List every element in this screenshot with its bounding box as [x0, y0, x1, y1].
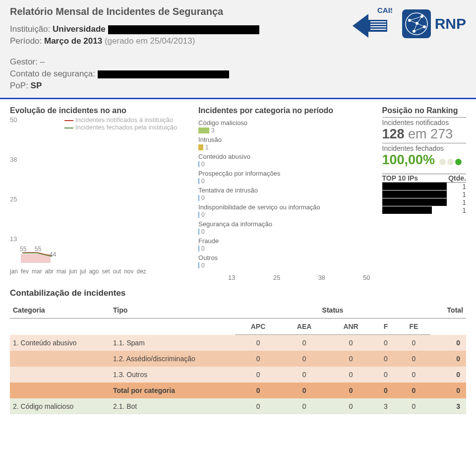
- table-row: 1. Conteúdo abusivo 1.1. Spam 0 0 0 0 0 …: [10, 335, 466, 351]
- rank-sep: em: [408, 127, 427, 141]
- top10-row: 1: [382, 191, 467, 198]
- cat-item: Indisponibilidade de serviço ou informaç…: [198, 203, 376, 218]
- contact-label: Contato de segurança:: [10, 69, 95, 78]
- gestor-value: –: [40, 57, 44, 66]
- arrow-left-icon: CAIS: [348, 6, 392, 42]
- sub-apc: APC: [235, 319, 281, 335]
- month-label: jun: [69, 268, 77, 275]
- cell-fe: 0: [397, 383, 430, 398]
- cais-text: CAIS: [377, 6, 392, 14]
- cell-apc: 0: [235, 383, 281, 398]
- tbl-title: Contabilização de incidentes: [10, 288, 466, 298]
- gestor-label: Gestor:: [10, 57, 38, 66]
- col-status: Status: [235, 302, 430, 319]
- top10-table: TOP 10 IPs Qtde. 1 1 1 1: [382, 174, 467, 214]
- cat-item: Conteúdo abusivo 0: [198, 153, 376, 168]
- pop-line: PoP: SP: [10, 81, 466, 91]
- month-label: set: [102, 268, 110, 275]
- svg-marker-0: [353, 14, 387, 38]
- cell-anr: 0: [327, 335, 374, 351]
- rank-total: 273: [430, 127, 453, 141]
- network-icon: [402, 9, 431, 38]
- sub-fe: FE: [397, 319, 430, 335]
- pop-label: PoP:: [10, 81, 28, 90]
- ip-redacted: [382, 206, 432, 214]
- col-tipo: Tipo: [110, 302, 235, 319]
- ip-redacted: [382, 191, 447, 198]
- ip-qty: 1: [462, 191, 466, 198]
- cat-item: Código malicioso 3: [198, 119, 376, 134]
- cell-fe: 0: [397, 398, 430, 414]
- month-label: ago: [89, 268, 99, 275]
- cell-f: 0: [374, 335, 397, 351]
- cat-x-axis: 13 25 38 50: [198, 274, 376, 281]
- ip-qty: 1: [462, 198, 466, 206]
- cell-fe: 0: [397, 351, 430, 367]
- incidents-table: Categoria Tipo Status Total APC AEA ANR …: [10, 302, 466, 414]
- contact-redacted: [98, 70, 229, 78]
- month-label: mar: [32, 268, 42, 275]
- cat-name: Tentativa de intrusão: [198, 187, 376, 194]
- month-label: abr: [45, 268, 54, 275]
- cat-name: Código malicioso: [198, 119, 376, 127]
- month-label: nov: [124, 268, 133, 275]
- cell-fe: 0: [397, 335, 430, 351]
- rank-pct-row: 100,00%: [382, 152, 467, 168]
- cat-value: 0: [201, 228, 205, 235]
- cat-name: Intrusão: [198, 136, 376, 143]
- top10-row: 1: [382, 198, 467, 206]
- cell-aea: 0: [281, 351, 327, 367]
- period-generated: (gerado em 25/04/2013): [105, 36, 195, 46]
- dot-icon: [439, 159, 446, 165]
- cell-total: 3: [430, 398, 466, 414]
- cell-f: 0: [374, 351, 397, 367]
- status-dots: [439, 159, 462, 165]
- cell-cat: [10, 383, 110, 398]
- cat-bar: [198, 128, 209, 133]
- table-row: 1.3. Outros 0 0 0 0 0 0: [10, 367, 466, 383]
- cell-total: 0: [430, 383, 466, 398]
- cat-name: Conteúdo abusivo: [198, 153, 376, 160]
- rank-pct: 100,00%: [382, 152, 435, 168]
- rnp-text: RNP: [435, 15, 466, 32]
- top10-qty-head: Qtde.: [448, 174, 466, 182]
- cell-apc: 0: [235, 335, 281, 351]
- rank-position: 128 em 273: [382, 127, 467, 142]
- ip-redacted: [382, 198, 447, 206]
- dot-icon: [447, 159, 454, 165]
- ip-qty: 1: [462, 206, 466, 214]
- evo-x-axis: jan fev mar abr mai jun jul ago set out …: [10, 268, 192, 275]
- cell-tipo: Total por categoria: [110, 383, 235, 398]
- svg-text:44: 44: [50, 251, 57, 258]
- cat-item: Outros 0: [198, 254, 376, 269]
- cat-name: Outros: [198, 254, 376, 261]
- cat-name: Indisponibilidade de serviço ou informaç…: [198, 203, 376, 211]
- cell-anr: 0: [327, 351, 374, 367]
- institution-label: Instituição:: [10, 24, 50, 34]
- cell-cat: 1. Conteúdo abusivo: [10, 335, 110, 351]
- cat-name: Prospecção por informações: [198, 170, 376, 177]
- rank-sub2: Incidentes fechados: [382, 143, 467, 152]
- cat-item: Prospecção por informações 0: [198, 170, 376, 185]
- x-tick: 13: [228, 274, 235, 281]
- cell-f: 0: [374, 383, 397, 398]
- cat-value: 0: [201, 211, 205, 218]
- institution-value: Universidade: [53, 24, 106, 34]
- svg-text:55: 55: [35, 246, 42, 253]
- cell-fe: 0: [397, 367, 430, 383]
- cat-name: Segurança da informação: [198, 220, 376, 228]
- pop-value: SP: [31, 81, 42, 90]
- x-tick: 50: [363, 274, 370, 281]
- cell-aea: 0: [281, 383, 327, 398]
- cell-cat: [10, 367, 110, 383]
- cell-anr: 0: [327, 367, 374, 383]
- cat-value: 0: [201, 245, 205, 252]
- rank-title: Posição no Ranking: [382, 106, 467, 115]
- cat-item: Tentativa de intrusão 0: [198, 187, 376, 201]
- cell-aea: 0: [281, 335, 327, 351]
- sub-f: F: [374, 319, 397, 335]
- cat-item: Segurança da informação 0: [198, 220, 376, 235]
- cat-value: 0: [201, 178, 205, 185]
- top10-row: 1: [382, 206, 467, 214]
- sub-aea: AEA: [281, 319, 327, 335]
